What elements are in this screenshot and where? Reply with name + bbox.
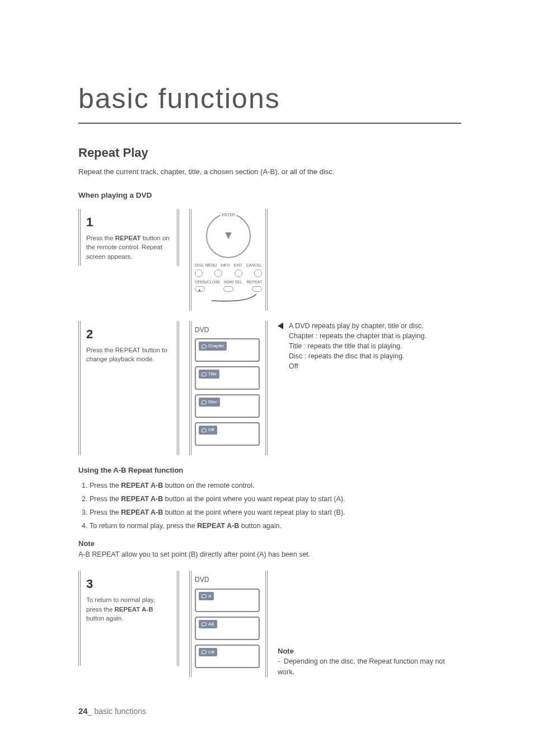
remote-label-openclose: OPEN/CLOSE: [195, 279, 221, 285]
remote-control-shape: ENTER DISC MENU INFO EXIT CANCEL OPEN/CL…: [195, 213, 262, 306]
step-3-text-post: button again.: [86, 615, 124, 622]
dvd-label: DVD: [195, 575, 262, 585]
step-1-row: 1 Press the REPEAT button on the remote …: [78, 209, 461, 311]
ab-repeat-heading: Using the A-B Repeat function: [78, 465, 461, 476]
step-3-note: Note - Depending on the disc, the Repeat…: [278, 646, 461, 677]
loop-icon: [202, 622, 207, 626]
osd-option-chapter: Chapter: [195, 338, 260, 362]
note-1-body: A-B REPEAT allow you to set point (B) di…: [78, 549, 461, 559]
dvd-label: DVD: [195, 325, 262, 335]
remote-btn-icon: [195, 269, 203, 277]
section-heading: Repeat Play: [78, 144, 461, 162]
step-2-illustration: DVD Chapter Title Disc Off: [189, 321, 268, 455]
desc-lead: A DVD repeats play by chapter, title or …: [289, 321, 427, 331]
osd-text: Chapter: [208, 343, 224, 349]
footer-text: basic functions: [94, 707, 146, 716]
sub-heading-dvd: When playing a DVD: [78, 190, 461, 201]
step-3-illustration: DVD A AB Off: [189, 571, 268, 676]
remote-label-info: INFO: [221, 263, 230, 268]
ab-step-1: Press the REPEAT A-B button on the remot…: [90, 480, 461, 491]
note-1-heading: Note: [78, 539, 461, 549]
desc-chapter-label: Chapter :: [289, 332, 317, 340]
step-1-number: 1: [86, 213, 171, 231]
remote-btn-icon: [235, 269, 242, 277]
step-1-illustration: ENTER DISC MENU INFO EXIT CANCEL OPEN/CL…: [189, 209, 268, 311]
desc-off: Off: [289, 361, 427, 371]
step-2-number: 2: [86, 325, 171, 343]
desc-disc: Disc : repeats the disc that is playing.: [289, 351, 427, 361]
osd-option-title: Title: [195, 366, 260, 390]
osd-text: Title: [208, 371, 217, 377]
page-title: basic functions: [78, 78, 461, 124]
step-1-text-pre: Press the: [86, 235, 115, 241]
step-1-text-bold: REPEAT: [115, 235, 141, 241]
loop-icon: [202, 344, 207, 348]
loop-icon: [202, 594, 207, 598]
page-number: 24: [78, 706, 88, 716]
step-1-text: Press the REPEAT button on the remote co…: [86, 234, 171, 262]
remote-label-repeat: REPEAT: [247, 279, 263, 285]
remote-btn-icon: [214, 269, 222, 277]
step-3-box: 3 To return to normal play, press the RE…: [78, 571, 179, 666]
page-footer: 24_ basic functions: [78, 705, 461, 717]
osd-text: Disc: [208, 399, 217, 405]
osd-option-off: Off: [195, 645, 260, 668]
remote-btn-icon: [252, 286, 262, 292]
osd-option-disc: Disc: [195, 394, 260, 418]
loop-icon: [202, 400, 207, 404]
remote-row-1: DISC MENU INFO EXIT CANCEL: [195, 263, 262, 268]
step-1-box: 1 Press the REPEAT button on the remote …: [78, 209, 179, 266]
remote-label-hdmisel: HDMI SEL.: [224, 279, 243, 285]
step-3-number: 3: [86, 575, 171, 593]
remote-enter-label: ENTER: [221, 212, 236, 218]
osd-text: Off: [208, 649, 214, 656]
ab-step-2: Press the REPEAT A-B button at the point…: [90, 494, 461, 504]
footer-sep: _: [88, 707, 95, 716]
osd-option-off: Off: [195, 422, 260, 446]
section-intro: Repeat the current track, chapter, title…: [78, 167, 461, 178]
desc-chapter-text: repeats the chapter that is playing.: [320, 332, 427, 340]
loop-icon: [202, 372, 207, 376]
step-3-text-bold: REPEAT A-B: [115, 606, 153, 613]
remote-row-2: OPEN/CLOSE HDMI SEL. REPEAT: [195, 279, 262, 285]
osd-text: Off: [208, 427, 214, 433]
remote-label-discmenu: DISC MENU: [195, 263, 217, 268]
osd-option-ab: AB: [195, 617, 260, 640]
step-2-row: 2 Press the REPEAT button to change play…: [78, 321, 461, 455]
remote-btn-icon: [223, 286, 233, 292]
loop-icon: [202, 650, 207, 654]
step-2-box: 2 Press the REPEAT button to change play…: [78, 321, 179, 455]
ab-step-3: Press the REPEAT A-B button at the point…: [90, 507, 461, 517]
note-2-body: Depending on the disc, the Repeat functi…: [278, 657, 445, 675]
left-triangle-icon: [278, 323, 283, 329]
remote-label-exit: EXIT: [233, 263, 242, 268]
osd-option-a: A: [195, 589, 260, 612]
ab-repeat-steps: Press the REPEAT A-B button on the remot…: [78, 480, 461, 531]
ab-step-4: To return to normal play, press the REPE…: [90, 521, 461, 531]
loop-icon: [202, 428, 207, 432]
step-2-text: Press the REPEAT button to change playba…: [86, 346, 171, 364]
callout-line-icon: [195, 293, 262, 303]
note-2-heading: Note: [278, 646, 461, 657]
remote-btn-icon: [254, 269, 262, 277]
osd-text: AB: [208, 621, 214, 628]
step-2-description: A DVD repeats play by chapter, title or …: [278, 321, 461, 372]
step-3-row: 3 To return to normal play, press the RE…: [78, 571, 461, 676]
osd-text: A: [208, 593, 211, 600]
remote-btn-icon: ▲: [195, 286, 205, 292]
remote-label-cancel: CANCEL: [246, 263, 262, 268]
step-3-text: To return to normal play, press the REPE…: [86, 595, 171, 623]
desc-title: Title : repeats the title that is playin…: [289, 341, 427, 351]
